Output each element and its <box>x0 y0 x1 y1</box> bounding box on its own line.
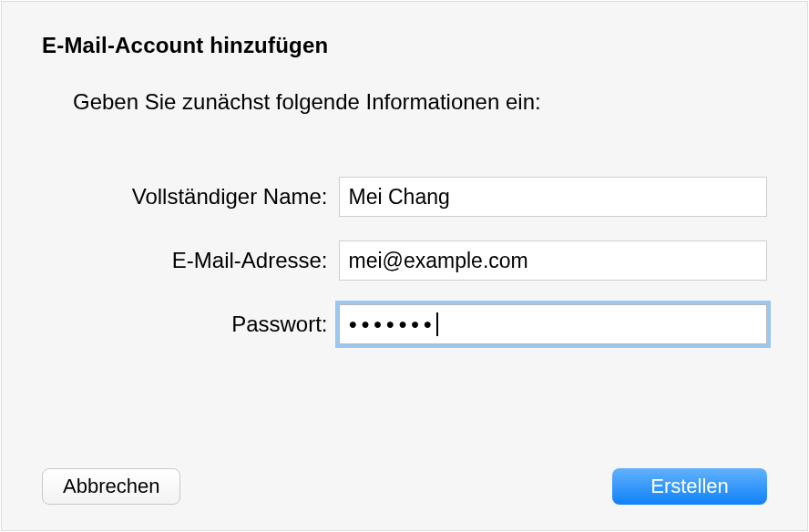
button-row: Abbrechen Erstellen <box>42 468 767 505</box>
dialog-title: E-Mail-Account hinzufügen <box>42 33 767 58</box>
form-row-fullname: Vollständiger Name: <box>42 177 767 217</box>
password-label: Passwort: <box>42 312 339 337</box>
fullname-label: Vollständiger Name: <box>42 184 339 210</box>
add-email-account-dialog: E-Mail-Account hinzufügen Geben Sie zunä… <box>1 1 808 531</box>
text-cursor <box>436 312 438 336</box>
form-row-email: E-Mail-Adresse: <box>42 240 767 281</box>
email-label: E-Mail-Adresse: <box>42 248 339 273</box>
email-input[interactable] <box>339 240 767 281</box>
create-button[interactable]: Erstellen <box>612 468 767 505</box>
fullname-input[interactable] <box>339 177 767 217</box>
form-row-password: Passwort: ●●●●●●● <box>42 304 767 344</box>
form: Vollständiger Name: E-Mail-Adresse: Pass… <box>42 177 767 344</box>
password-mask: ●●●●●●● <box>349 317 436 332</box>
dialog-instruction: Geben Sie zunächst folgende Informatione… <box>73 89 767 115</box>
cancel-button[interactable]: Abbrechen <box>42 468 180 505</box>
password-input[interactable]: ●●●●●●● <box>339 304 767 344</box>
